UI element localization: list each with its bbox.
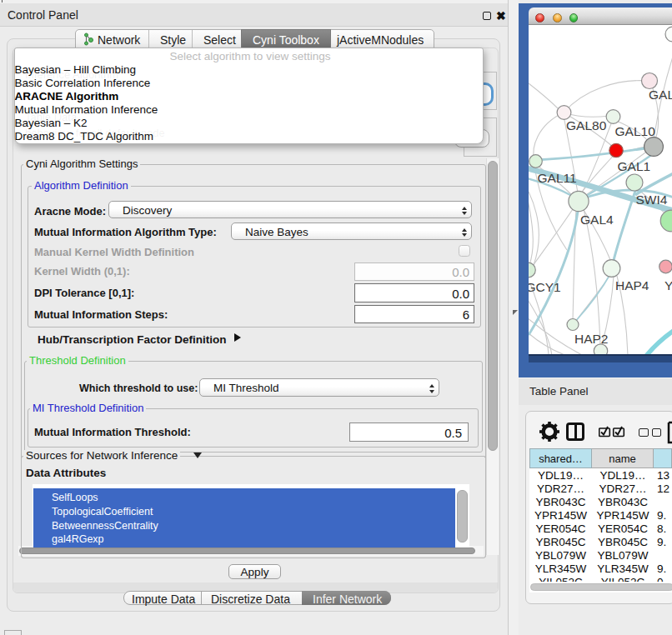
svg-text:HAP4: HAP4 (615, 278, 649, 292)
svg-text:GAL4: GAL4 (580, 212, 614, 227)
svg-text:GAL10: GAL10 (615, 124, 656, 138)
svg-text:SWI4: SWI4 (636, 192, 668, 207)
svg-text:GCY1: GCY1 (529, 280, 561, 294)
svg-text:GAL11: GAL11 (538, 171, 577, 185)
svg-text:Y: Y (664, 278, 672, 292)
svg-text:HAP2: HAP2 (574, 332, 609, 346)
svg-text:GAL: GAL (649, 88, 672, 102)
svg-text:GAL1: GAL1 (618, 159, 651, 173)
svg-text:GAL80: GAL80 (566, 118, 607, 132)
